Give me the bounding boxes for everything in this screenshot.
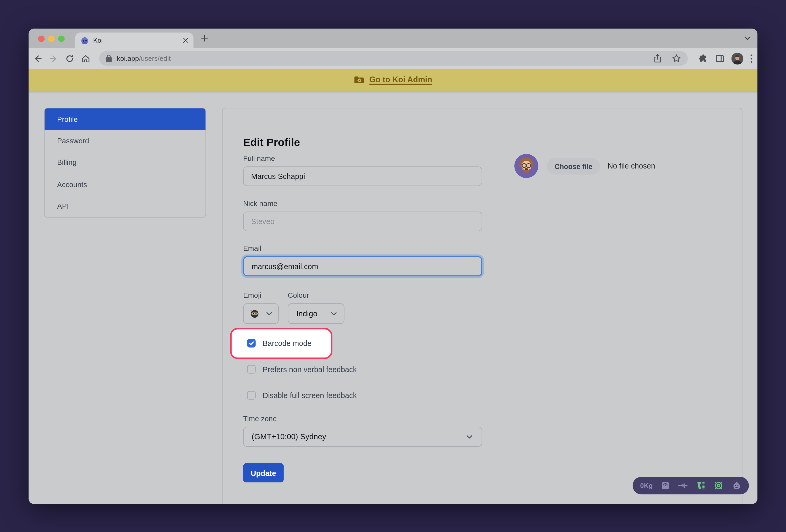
colour-select[interactable]: Indigo (288, 303, 344, 324)
device-status-pill: 0Kg (633, 477, 749, 494)
menu-dots-icon[interactable] (750, 53, 753, 64)
profile-avatar[interactable] (731, 52, 743, 65)
url-path: /users/edit (139, 55, 170, 62)
sidebar-item-accounts[interactable]: Accounts (45, 174, 205, 195)
helm-wheel-icon (713, 480, 724, 491)
disable-fullscreen-feedback-label: Disable full screen feedback (263, 391, 357, 400)
emoji-select[interactable] (243, 303, 279, 324)
robot-favicon-icon (80, 36, 89, 45)
close-window-button[interactable] (38, 36, 45, 42)
full-name-input[interactable] (243, 166, 482, 186)
page-content: Profile Password Billing Accounts API Ed… (28, 91, 758, 504)
non-verbal-feedback-label: Prefers non verbal feedback (263, 365, 357, 374)
emoji-label: Emoji (243, 292, 261, 300)
robot-icon (732, 481, 741, 490)
lock-icon[interactable] (106, 55, 112, 62)
back-icon[interactable] (32, 53, 42, 64)
home-icon[interactable] (81, 53, 91, 64)
sidebar-item-api[interactable]: API (45, 195, 205, 217)
tab-search-chevron-icon[interactable] (744, 35, 751, 42)
minimize-window-button[interactable] (48, 36, 55, 42)
memoji-avatar (514, 154, 538, 178)
usb-icon (678, 482, 689, 489)
browser-window: Koi (28, 28, 758, 504)
tab-strip: Koi (28, 28, 758, 48)
barcode-mode-label: Barcode mode (263, 339, 312, 347)
time-zone-label: Time zone (243, 415, 277, 423)
non-verbal-feedback-checkbox[interactable] (247, 365, 256, 374)
choose-file-button[interactable]: Choose file (547, 158, 600, 175)
sidebar-item-password[interactable]: Password (45, 130, 205, 152)
maximize-window-button[interactable] (58, 36, 65, 42)
update-button[interactable]: Update (243, 463, 284, 483)
colour-value: Indigo (296, 309, 318, 318)
side-panel-icon[interactable] (715, 53, 725, 64)
time-zone-value: (GMT+10:00) Sydney (252, 432, 326, 441)
share-icon[interactable] (653, 54, 662, 63)
weight-scale-icon (661, 481, 670, 490)
chevron-down-icon (266, 311, 272, 316)
email-label: Email (243, 244, 261, 252)
colour-label: Colour (288, 292, 309, 300)
settings-sidebar: Profile Password Billing Accounts API (44, 108, 206, 217)
barcode-scanner-icon (696, 481, 706, 490)
sidebar-item-billing[interactable]: Billing (45, 152, 205, 174)
browser-toolbar: koi.app/users/edit (28, 48, 758, 69)
folder-gear-icon (354, 75, 364, 84)
non-verbal-feedback-row[interactable]: Prefers non verbal feedback (247, 365, 356, 374)
chevron-down-icon (466, 435, 472, 439)
sidebar-item-profile[interactable]: Profile (45, 108, 205, 130)
barcode-mode-row[interactable]: Barcode mode (247, 339, 311, 347)
disable-fullscreen-feedback-row[interactable]: Disable full screen feedback (247, 391, 356, 400)
tab-close-icon[interactable] (183, 38, 188, 43)
tab-title: Koi (93, 37, 183, 44)
go-to-koi-admin-link[interactable]: Go to Koi Admin (369, 75, 432, 84)
nick-name-label: Nick name (243, 200, 277, 208)
full-name-label: Full name (243, 154, 275, 162)
forward-icon[interactable] (49, 53, 59, 64)
admin-banner: Go to Koi Admin (28, 69, 758, 91)
barcode-mode-checkbox[interactable] (247, 339, 256, 347)
bookmark-star-icon[interactable] (672, 54, 681, 63)
reload-icon[interactable] (65, 53, 75, 64)
extensions-puzzle-icon[interactable] (698, 53, 708, 64)
screen: Koi (0, 0, 786, 532)
url-text: koi.app/users/edit (117, 55, 171, 62)
disable-fullscreen-feedback-checkbox[interactable] (247, 391, 256, 400)
tab-koi[interactable]: Koi (75, 32, 193, 48)
page-title: Edit Profile (243, 137, 300, 149)
chevron-down-icon (331, 311, 337, 316)
weight-readout: 0Kg (640, 482, 653, 489)
ninja-emoji-icon (250, 309, 259, 318)
file-status-text: No file chosen (607, 161, 655, 170)
edit-profile-card: Edit Profile Full name Nick name Email E… (222, 108, 742, 504)
url-host: koi.app (117, 55, 139, 62)
email-input[interactable] (243, 256, 482, 276)
time-zone-select[interactable]: (GMT+10:00) Sydney (243, 426, 482, 447)
nick-name-input[interactable] (243, 211, 482, 231)
url-bar[interactable]: koi.app/users/edit (99, 51, 688, 66)
new-tab-button[interactable] (201, 34, 208, 42)
